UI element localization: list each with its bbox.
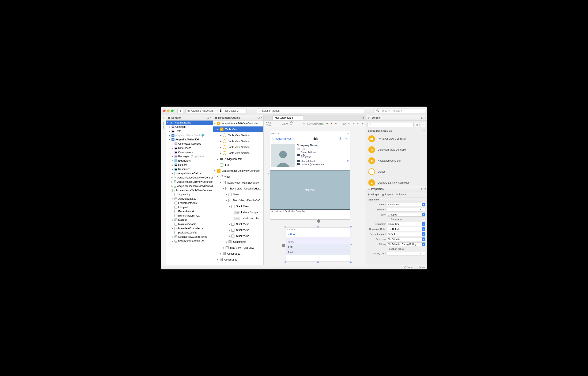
solution-item[interactable]: ▬Components <box>166 150 213 154</box>
errors-button[interactable]: ⊘ Errors <box>404 266 413 269</box>
solution-item[interactable]: ▶▬Packages(5 updates) <box>166 154 213 159</box>
zoom-default-icon[interactable]: ⊙ <box>357 122 359 125</box>
solution-item[interactable]: Entitlements.plist <box>166 201 213 205</box>
style-select[interactable]: Grouped <box>387 213 425 217</box>
outline-item[interactable]: ▼≡Table View <box>213 126 263 133</box>
content-select[interactable]: Static Cells <box>387 203 425 206</box>
outline-item[interactable]: ▶▦Constraints <box>213 251 263 257</box>
global-search[interactable]: 🔍 Press '⌘.' to search <box>374 108 425 113</box>
toolbox-item[interactable]: ◀▶AVPlayer View Controller <box>366 133 427 144</box>
size-control[interactable]: wwAnyAny hAny <box>266 121 276 126</box>
zoom-fit-icon[interactable]: ⊙ <box>348 122 350 125</box>
outline-item[interactable]: ▶⦀Stack View <box>213 221 263 227</box>
close-panel-icon[interactable]: × <box>210 116 211 119</box>
close-panel-icon[interactable]: × <box>425 116 426 119</box>
first-name-cell[interactable]: First <box>286 244 350 250</box>
toolbox-search-input[interactable] <box>368 122 414 127</box>
run-button[interactable]: ▶ <box>178 108 184 113</box>
toolbox-item[interactable]: ◐Navigation Controller <box>366 155 427 166</box>
detail-view-controller[interactable]: Carrier ᯤ ▭ ‹ Acquaintances Title 🗑 ✎ <box>270 131 350 220</box>
selection-select[interactable]: No Selection <box>387 237 425 241</box>
tab-events[interactable]: ↻ Events <box>396 193 407 196</box>
outline-item[interactable]: ▼⦀Stack View - DetailInfoVertical… <box>213 198 263 203</box>
collapse-icon[interactable]: ⌃ <box>423 129 425 132</box>
outline-item[interactable]: ▼⦀Stack View <box>213 203 263 209</box>
solution-item[interactable]: ▶C#AcquaintanceTableViewController.cs <box>166 184 213 188</box>
zoom-in-icon[interactable]: ⊕ <box>362 122 364 125</box>
outline-item[interactable]: ▶○Table View Section <box>213 138 263 144</box>
phone-icon[interactable]: ✆ <box>347 159 349 162</box>
solution-tree[interactable]: ▼▦Acquaint.Native▶▬Common▶▬Tests▶▦Acquai… <box>166 121 213 265</box>
outline-item[interactable]: →Exit <box>213 162 263 168</box>
solution-item[interactable]: ▶▬Tests <box>166 129 213 133</box>
last-name-cell[interactable]: Last <box>286 250 350 255</box>
list-view-icon[interactable]: ☰ <box>421 122 425 127</box>
solution-item[interactable]: ▶▬Helpers <box>166 163 213 167</box>
separator-select[interactable]: Single Line <box>387 222 425 226</box>
outline-item[interactable]: ▼⦀Stack View - MainStackView <box>213 180 263 186</box>
solution-item[interactable]: ▶C#AcquaintanceDetailViewController.cs <box>166 176 213 180</box>
view-selector[interactable]: Ge… ▾ <box>290 121 297 126</box>
tab-storyboard[interactable]: Main.storyboard ○ <box>273 115 303 120</box>
solution-root[interactable]: ▼▦Acquaint.Native <box>166 121 213 125</box>
solution-item[interactable]: ▼▦Acquaint.Native.iOS <box>166 137 213 142</box>
toolbox-item[interactable]: ○Object <box>366 166 427 177</box>
solution-item[interactable]: Main.storyboard <box>166 222 213 226</box>
outline-item[interactable]: ▶○Table View Section <box>213 150 263 156</box>
solution-item[interactable]: Info.plist <box>166 205 213 209</box>
editing-select[interactable]: No Selection During Editing <box>387 242 425 246</box>
dock-icon[interactable]: ▢ <box>207 116 209 119</box>
target-breadcrumb[interactable]: ▦ Acquaint.Native.iOS ›› 📱 Pair Device..… <box>185 108 247 113</box>
solution-item[interactable]: ▶▬Common <box>166 125 213 129</box>
remove-constraint-icon[interactable]: ✖ <box>331 122 333 125</box>
tab-layout[interactable]: ▦ Layout <box>382 193 393 196</box>
edit-icon[interactable]: ✎ <box>345 137 348 141</box>
toolbox-item[interactable]: ⊞Collection View Controller <box>366 144 427 155</box>
outline-item[interactable]: ▼View <box>213 174 263 180</box>
solution-item[interactable]: ▶▦Acquaint.Native.Droidi <box>166 133 213 137</box>
add-constraint-icon[interactable]: ✚ <box>326 122 328 125</box>
dock-icon[interactable]: ▢ <box>257 116 260 119</box>
frame-icon[interactable]: ▭ <box>335 122 337 125</box>
unit-tests-tab[interactable]: Unit Tests <box>162 121 165 129</box>
outline-item[interactable]: ▶▦Constraints <box>213 239 263 245</box>
solution-item[interactable]: ▶C#Main.cs <box>166 218 213 222</box>
frame-mode-icon[interactable]: ▭ <box>303 122 304 125</box>
nav-back-icon[interactable]: ‹ <box>265 116 267 119</box>
solution-item[interactable]: ▶▬References <box>166 146 213 150</box>
segue-knob[interactable] <box>281 243 286 248</box>
tab-close-icon[interactable]: ○ <box>299 117 301 119</box>
solution-item[interactable]: ▶▬Extensions <box>166 159 213 163</box>
trash-icon[interactable]: 🗑 <box>339 137 342 141</box>
outline-item[interactable]: ▶▦Constraints <box>213 257 263 263</box>
pin-icon[interactable]: ▾ <box>361 117 365 119</box>
outline-item[interactable]: ▶○Table View Section <box>213 133 263 138</box>
solution-item[interactable]: ▶C#AcquaintanceCell.cs <box>166 171 213 176</box>
outline-item[interactable]: ▶View <box>213 192 263 198</box>
solution-item[interactable]: app.config <box>166 192 213 197</box>
close-panel-icon[interactable]: × <box>425 188 426 190</box>
outline-item[interactable]: ▼▭AcquaintanceDetailViewController <box>213 168 263 174</box>
solution-item[interactable]: packages.config <box>166 231 213 235</box>
separator-inset-select[interactable]: Default <box>387 232 425 236</box>
dock-icon[interactable]: ▢ <box>421 116 423 119</box>
outline-item[interactable]: LabelLabel - CompanyNameLabel <box>213 209 263 215</box>
grid-view-icon[interactable]: ▦ <box>415 122 420 127</box>
nav-forward-icon[interactable]: › <box>269 116 271 119</box>
canvas[interactable]: → Carrier ᯤ ▭ ‹ Acquaintances Title 🗑 ✎ <box>263 127 366 265</box>
outline-item[interactable]: ▼⦀Stack View - DetailInfoHorizontal… <box>213 186 263 192</box>
separator-color-select[interactable]: Default <box>387 227 425 231</box>
solution-item[interactable]: ▶C#SetupViewController.cs <box>166 239 213 243</box>
close-panel-icon[interactable]: × <box>261 116 262 119</box>
solution-item[interactable]: iTunesArtwork <box>166 209 213 214</box>
outline-item[interactable]: ▶⊙Map View - MapView <box>213 245 263 251</box>
solution-item[interactable]: ▶C#AppDelegate.cs <box>166 197 213 201</box>
close-icon[interactable] <box>163 110 166 112</box>
solution-item[interactable]: ▶C#SettingsViewController.cs <box>166 235 213 239</box>
toolbox-section[interactable]: Controllers & Objects ⌃ <box>366 129 427 133</box>
sections-input[interactable]: 4 <box>387 208 425 211</box>
minimize-icon[interactable] <box>167 110 170 112</box>
outline-item[interactable]: ▶Navigation Item <box>213 156 263 162</box>
edit-view-controller[interactable]: Carrier ᯤ ‹ Title NAME First Last <box>286 228 350 261</box>
solution-item[interactable]: ▶C#AcquaintanceEditViewController.cs <box>166 180 213 184</box>
